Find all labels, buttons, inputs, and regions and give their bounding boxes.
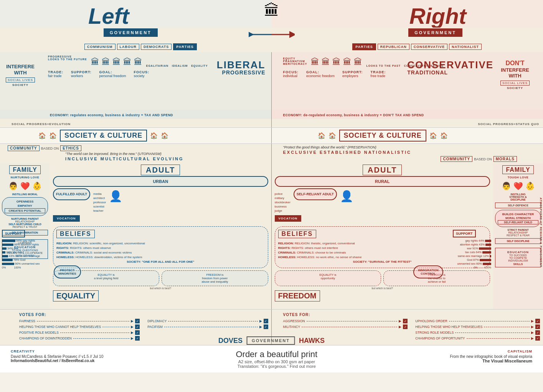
- left-society-belief: SOCIETY: "ONE FOR ALL AND ALL FOR ONE": [56, 260, 265, 264]
- left-social-quote: "The world can be improved. Bring in the…: [8, 152, 200, 156]
- left-economy: ECONOMY: regulates economy, business & i…: [50, 113, 173, 117]
- footer-print-title: Order a beautiful print: [236, 349, 317, 359]
- left-religion: RELIGION: RELIGION: scientific, non-orga…: [56, 242, 265, 245]
- right-government-box: GOVERNMENT: [408, 28, 462, 37]
- left-government-box: GOVERNMENT: [104, 28, 158, 37]
- adult-right: ADULT: [363, 165, 402, 175]
- adult-left: ADULT: [141, 165, 180, 175]
- right-social-quote: "Protect the good things about the world…: [283, 145, 437, 149]
- footer-center: Order a beautiful print A2 size, offset-…: [236, 349, 317, 369]
- footer-left: CREATIVITY David McCandless & Stefanie P…: [11, 349, 103, 363]
- right-parties: PARTIES REPUBLICAN CONSERVATIVE NATIONAL…: [352, 43, 482, 50]
- society-culture-title-right: SOCIETY & CULTURE: [339, 130, 426, 142]
- ethics-left: ETHICS: [60, 145, 81, 151]
- dont-interfere: DON'T INTERFERE WITH SOCIAL LIVES SOCIET…: [490, 60, 540, 90]
- votes-for-right: VOTES FOR:: [283, 313, 408, 317]
- full-layout: Left Right 🏛 GOVERNMENT: [0, 0, 543, 372]
- family-left: FAMILY: [9, 165, 40, 174]
- footer-author: David McCandless & Stefanie Posavec // v…: [11, 354, 103, 359]
- education-right: EDUCATION: [497, 250, 539, 254]
- footer-right: CAPITALISM From the new infographic book…: [450, 349, 532, 363]
- tough-love: TOUGH LOVE: [495, 176, 541, 179]
- family-right: FAMILY: [502, 165, 533, 174]
- left-center-content: ADULT URBAN FULFILLED ADULT media archit…: [50, 163, 271, 309]
- footer-book-title: The Visual Miscellaneum: [450, 359, 532, 363]
- main-content-area: FAMILY NURTURING LOVE 👨❤️👶 INSTILLING MO…: [0, 163, 543, 309]
- party-conservative: CONSERVATIVE: [411, 44, 448, 50]
- instilling-moral: INSTILLING MORAL: [2, 193, 48, 196]
- footer-print-subtitle: A2 size, offset-litho on 300 gsm art pap…: [236, 359, 317, 364]
- left-rights: RIGHTS: RIGHTS: others must observe: [56, 246, 265, 250]
- footer-website: InformationIsBeautiful.net / ItsBeenReal…: [11, 359, 103, 363]
- doves-label: DOVES: [218, 337, 243, 345]
- left-parties: COMMUNISM LABOUR DEMOCRATS PARTIES: [84, 43, 197, 50]
- vocation-right: VOCATION: [275, 215, 302, 222]
- society-culture-title-left: SOCIETY & CULTURE: [60, 130, 147, 142]
- party-communism: COMMUNISM: [84, 44, 116, 50]
- left-title: Left: [88, 3, 129, 29]
- morals-right: MORALS: [493, 156, 517, 162]
- party-democrats: DEMOCRATS: [141, 44, 172, 50]
- votes-for-left: VOTES FOR:: [19, 313, 140, 317]
- interfere-left: INTERFERE WITH SOCIAL LIVES SOCIETY: [3, 64, 38, 87]
- social-progress-right: SOCIAL PROGRESS=STATUS QUO: [478, 122, 539, 126]
- party-parties-left: PARTIES: [173, 43, 196, 50]
- footer-print-tagline: Translation: "it's gorgeous." Find out m…: [236, 364, 317, 369]
- government-bottom: GOVERNMENT: [246, 336, 295, 345]
- right-family-section: FAMILY TOUGH LOVE 👨❤️👶 INSTILLING STRENG…: [493, 163, 543, 309]
- economy-row: ECONOMY: regulates economy, business & i…: [0, 110, 543, 119]
- community-left: COMMUNITY: [8, 145, 40, 151]
- party-nationalist: NATIONALIST: [449, 44, 482, 50]
- community-right: COMMUNITY: [441, 156, 472, 162]
- instilling-right: INSTILLING STRENGTH & DISCIPLINE: [495, 193, 541, 201]
- liberal-label: LIBERAL PROGRESSIVE: [217, 59, 266, 76]
- social-progress-left: SOCIAL PROGRESS=EVOLUTION: [12, 122, 71, 126]
- right-values: EXCLUSIVE ESTABLISHED NATIONALISTIC: [283, 150, 540, 155]
- left-values: INCLUSIVE MULTICULTURAL EVOLVING: [8, 156, 268, 161]
- nurturing-love: NURTURING LOVE: [2, 176, 48, 179]
- party-labour: LABOUR: [117, 44, 140, 50]
- immigration-control: IMMIGRATION CONTROL: [413, 265, 443, 278]
- right-content: ADULT RURAL police military stockbroker …: [272, 163, 543, 309]
- footer: CREATIVITY David McCandless & Stefanie P…: [0, 345, 543, 372]
- left-criminals: CRIMINALS: CRIMINALS: social and economi…: [56, 251, 265, 254]
- votes-row: VOTES FOR: FAIRNESS ▶ ✓ HELPING THOSE WH…: [0, 309, 543, 345]
- party-parties-right: PARTIES: [352, 43, 376, 50]
- right-support-section: SUPPORT gay rights 44% abortion rights 4…: [451, 227, 493, 271]
- community-row: COMMUNITY BASED ON ETHICS "The world can…: [0, 144, 543, 163]
- party-republican: REPUBLICAN: [378, 44, 409, 50]
- conservative-label: CONSERVATIVE TRADITIONAL: [407, 59, 493, 76]
- right-title: Right: [409, 3, 466, 29]
- footer-book: From the new infographic book of visual …: [450, 354, 532, 359]
- beliefs-left: BELIEFS: [56, 230, 95, 238]
- atmosphere: ATMOSPHERE OF REWARD & PUNISHMENT: [540, 194, 542, 271]
- hawks-label: HAWKS: [299, 337, 325, 345]
- beliefs-right: BELIEFS: [278, 230, 317, 238]
- protect-minorities: PROTECT MINORITIES: [54, 265, 81, 278]
- conservative-section: EQUITY PRAGMATISM MERITOCRACY 🏛 🏛 🏛 🏛 🏛 …: [272, 52, 543, 110]
- right-economy: ECONOMY: de-regulated economy, business …: [283, 113, 424, 117]
- left-homeless: HOMELESS: HOMELESS: downtrodden, victims…: [56, 255, 265, 259]
- liberal-section: INTERFERE WITH SOCIAL LIVES SOCIETY PROG…: [0, 52, 272, 110]
- left-support-section: SUPPORT 94% gay rights 86% abortion righ…: [0, 227, 50, 271]
- society-culture-row: 🏠 🏠 SOCIETY & CULTURE 🏠 🏠 🏠 🏠 SOCIETY & …: [0, 127, 543, 144]
- left-content: FAMILY NURTURING LOVE 👨❤️👶 INSTILLING MO…: [0, 163, 272, 309]
- freedom-big: FREEDOM: [275, 290, 320, 301]
- capitol-icon: 🏛: [264, 2, 279, 19]
- vocation-left: VOCATION: [53, 215, 80, 222]
- equality-big: EQUALITY: [53, 290, 99, 301]
